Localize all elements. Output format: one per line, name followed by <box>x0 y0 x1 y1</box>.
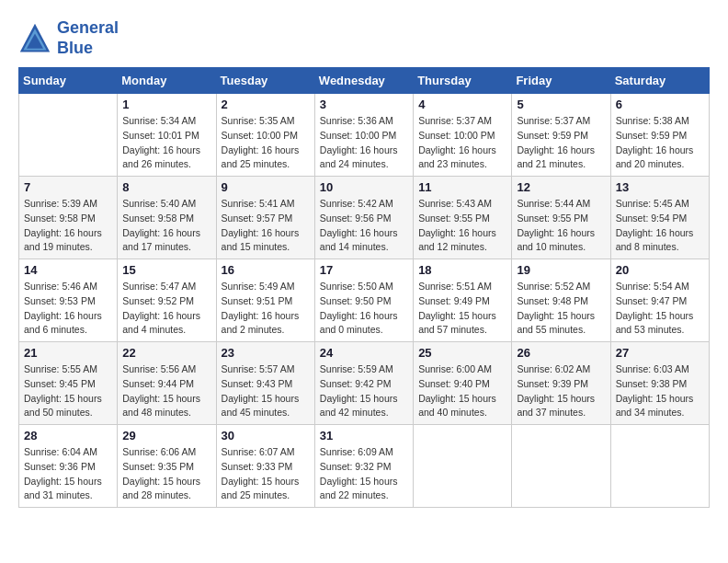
day-number: 1 <box>122 98 210 111</box>
day-number: 12 <box>517 180 605 194</box>
calendar-cell <box>414 425 512 508</box>
calendar-table: SundayMondayTuesdayWednesdayThursdayFrid… <box>18 67 710 508</box>
day-info: Sunrise: 5:49 AMSunset: 9:51 PMDaylight:… <box>222 280 310 338</box>
day-number: 19 <box>517 263 605 277</box>
calendar-cell: 16Sunrise: 5:49 AMSunset: 9:51 PMDayligh… <box>216 259 314 342</box>
calendar-cell: 24Sunrise: 5:59 AMSunset: 9:42 PMDayligh… <box>314 342 413 425</box>
day-info: Sunrise: 5:50 AMSunset: 9:50 PMDaylight:… <box>320 280 408 338</box>
day-info: Sunrise: 6:06 AMSunset: 9:35 PMDaylight:… <box>122 445 210 503</box>
day-number: 10 <box>320 180 408 194</box>
day-info: Sunrise: 5:38 AMSunset: 9:59 PMDaylight:… <box>616 114 704 172</box>
calendar-week-2: 7Sunrise: 5:39 AMSunset: 9:58 PMDaylight… <box>19 177 710 259</box>
day-number: 11 <box>418 180 506 194</box>
calendar-cell: 2Sunrise: 5:35 AMSunset: 10:00 PMDayligh… <box>216 94 314 177</box>
day-number: 14 <box>24 263 112 277</box>
day-number: 22 <box>122 346 210 360</box>
weekday-header-row: SundayMondayTuesdayWednesdayThursdayFrid… <box>19 68 710 94</box>
calendar-cell: 10Sunrise: 5:42 AMSunset: 9:56 PMDayligh… <box>314 177 413 259</box>
calendar-cell: 21Sunrise: 5:55 AMSunset: 9:45 PMDayligh… <box>19 342 118 425</box>
calendar-cell: 6Sunrise: 5:38 AMSunset: 9:59 PMDaylight… <box>610 94 709 177</box>
calendar-cell: 5Sunrise: 5:37 AMSunset: 9:59 PMDaylight… <box>512 94 610 177</box>
day-number: 30 <box>222 429 310 442</box>
calendar-cell: 7Sunrise: 5:39 AMSunset: 9:58 PMDaylight… <box>19 177 118 259</box>
calendar-cell: 28Sunrise: 6:04 AMSunset: 9:36 PMDayligh… <box>19 425 118 508</box>
day-number: 26 <box>517 346 605 360</box>
day-info: Sunrise: 5:47 AMSunset: 9:52 PMDaylight:… <box>122 280 210 338</box>
day-info: Sunrise: 5:52 AMSunset: 9:48 PMDaylight:… <box>517 280 605 338</box>
calendar-cell: 13Sunrise: 5:45 AMSunset: 9:54 PMDayligh… <box>610 177 709 259</box>
day-info: Sunrise: 5:37 AMSunset: 10:00 PMDaylight… <box>418 114 506 172</box>
calendar-cell <box>512 425 610 508</box>
day-info: Sunrise: 5:56 AMSunset: 9:44 PMDaylight:… <box>122 362 210 420</box>
calendar-cell: 3Sunrise: 5:36 AMSunset: 10:00 PMDayligh… <box>314 94 413 177</box>
weekday-header-thursday: Thursday <box>414 68 512 94</box>
calendar-cell: 29Sunrise: 6:06 AMSunset: 9:35 PMDayligh… <box>118 425 216 508</box>
day-number: 31 <box>320 429 408 442</box>
weekday-header-sunday: Sunday <box>19 68 118 94</box>
calendar-cell: 11Sunrise: 5:43 AMSunset: 9:55 PMDayligh… <box>414 177 512 259</box>
day-number: 18 <box>418 263 506 277</box>
day-info: Sunrise: 6:04 AMSunset: 9:36 PMDaylight:… <box>24 445 112 503</box>
day-number: 23 <box>222 346 310 360</box>
weekday-header-wednesday: Wednesday <box>314 68 413 94</box>
day-number: 13 <box>616 180 704 194</box>
calendar-cell: 22Sunrise: 5:56 AMSunset: 9:44 PMDayligh… <box>118 342 216 425</box>
logo-text: General Blue <box>57 18 119 58</box>
weekday-header-saturday: Saturday <box>610 68 709 94</box>
day-number: 20 <box>616 263 704 277</box>
calendar-cell: 14Sunrise: 5:46 AMSunset: 9:53 PMDayligh… <box>19 259 118 342</box>
weekday-header-friday: Friday <box>512 68 610 94</box>
day-info: Sunrise: 5:35 AMSunset: 10:00 PMDaylight… <box>222 114 310 172</box>
day-info: Sunrise: 5:41 AMSunset: 9:57 PMDaylight:… <box>222 197 310 255</box>
day-info: Sunrise: 6:02 AMSunset: 9:39 PMDaylight:… <box>517 362 605 420</box>
calendar-cell: 20Sunrise: 5:54 AMSunset: 9:47 PMDayligh… <box>610 259 709 342</box>
day-number: 4 <box>418 98 506 111</box>
calendar-cell <box>610 425 709 508</box>
day-info: Sunrise: 5:42 AMSunset: 9:56 PMDaylight:… <box>320 197 408 255</box>
calendar-cell: 18Sunrise: 5:51 AMSunset: 9:49 PMDayligh… <box>414 259 512 342</box>
day-info: Sunrise: 5:55 AMSunset: 9:45 PMDaylight:… <box>24 362 112 420</box>
calendar-cell: 9Sunrise: 5:41 AMSunset: 9:57 PMDaylight… <box>216 177 314 259</box>
day-info: Sunrise: 5:43 AMSunset: 9:55 PMDaylight:… <box>418 197 506 255</box>
day-info: Sunrise: 6:07 AMSunset: 9:33 PMDaylight:… <box>222 445 310 503</box>
calendar-cell: 12Sunrise: 5:44 AMSunset: 9:55 PMDayligh… <box>512 177 610 259</box>
weekday-header-monday: Monday <box>118 68 216 94</box>
calendar-cell <box>19 94 118 177</box>
day-info: Sunrise: 5:40 AMSunset: 9:58 PMDaylight:… <box>122 197 210 255</box>
day-number: 8 <box>122 180 210 194</box>
calendar-cell: 30Sunrise: 6:07 AMSunset: 9:33 PMDayligh… <box>216 425 314 508</box>
day-number: 29 <box>122 429 210 442</box>
day-number: 27 <box>616 346 704 360</box>
logo: General Blue <box>18 18 119 58</box>
day-number: 9 <box>222 180 310 194</box>
day-info: Sunrise: 5:34 AMSunset: 10:01 PMDaylight… <box>122 114 210 172</box>
calendar-cell: 17Sunrise: 5:50 AMSunset: 9:50 PMDayligh… <box>314 259 413 342</box>
day-number: 6 <box>616 98 704 111</box>
calendar-week-4: 21Sunrise: 5:55 AMSunset: 9:45 PMDayligh… <box>19 342 710 425</box>
calendar-week-1: 1Sunrise: 5:34 AMSunset: 10:01 PMDayligh… <box>19 94 710 177</box>
calendar-cell: 27Sunrise: 6:03 AMSunset: 9:38 PMDayligh… <box>610 342 709 425</box>
day-number: 15 <box>122 263 210 277</box>
calendar-week-5: 28Sunrise: 6:04 AMSunset: 9:36 PMDayligh… <box>19 425 710 508</box>
day-number: 16 <box>222 263 310 277</box>
day-info: Sunrise: 6:09 AMSunset: 9:32 PMDaylight:… <box>320 445 408 503</box>
day-info: Sunrise: 5:39 AMSunset: 9:58 PMDaylight:… <box>24 197 112 255</box>
day-info: Sunrise: 6:03 AMSunset: 9:38 PMDaylight:… <box>616 362 704 420</box>
day-info: Sunrise: 5:44 AMSunset: 9:55 PMDaylight:… <box>517 197 605 255</box>
day-number: 3 <box>320 98 408 111</box>
day-info: Sunrise: 5:59 AMSunset: 9:42 PMDaylight:… <box>320 362 408 420</box>
logo-icon <box>18 22 51 55</box>
day-number: 21 <box>24 346 112 360</box>
page-header: General Blue <box>18 18 710 58</box>
calendar-cell: 15Sunrise: 5:47 AMSunset: 9:52 PMDayligh… <box>118 259 216 342</box>
day-number: 24 <box>320 346 408 360</box>
calendar-cell: 8Sunrise: 5:40 AMSunset: 9:58 PMDaylight… <box>118 177 216 259</box>
day-number: 7 <box>24 180 112 194</box>
day-info: Sunrise: 6:00 AMSunset: 9:40 PMDaylight:… <box>418 362 506 420</box>
day-info: Sunrise: 5:51 AMSunset: 9:49 PMDaylight:… <box>418 280 506 338</box>
calendar-cell: 4Sunrise: 5:37 AMSunset: 10:00 PMDayligh… <box>414 94 512 177</box>
calendar-cell: 1Sunrise: 5:34 AMSunset: 10:01 PMDayligh… <box>118 94 216 177</box>
day-number: 28 <box>24 429 112 442</box>
calendar-cell: 25Sunrise: 6:00 AMSunset: 9:40 PMDayligh… <box>414 342 512 425</box>
calendar-week-3: 14Sunrise: 5:46 AMSunset: 9:53 PMDayligh… <box>19 259 710 342</box>
